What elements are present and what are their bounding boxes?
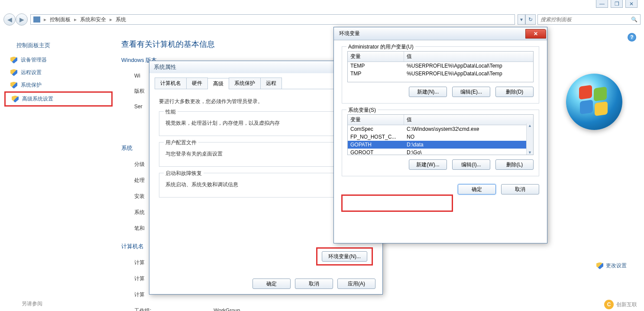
- scrollbar[interactable]: [526, 123, 533, 155]
- col-variable[interactable]: 变量: [348, 115, 404, 125]
- environment-variables-dialog: 环境变量 ✕ Administrator 的用户变量(U) 变量 值 TEMP%…: [333, 27, 547, 243]
- forward-button[interactable]: ▶: [16, 13, 28, 26]
- sys-new-button[interactable]: 新建(W)...: [409, 159, 447, 170]
- tab-protection[interactable]: 系统保护: [229, 78, 261, 89]
- group-legend: Administrator 的用户变量(U): [346, 43, 415, 51]
- system-vars-list[interactable]: 变量 值 ComSpecC:\Windows\system32\cmd.exe …: [347, 114, 534, 155]
- sidebar-item-advanced[interactable]: 高级系统设置: [4, 91, 113, 107]
- sidebar-item-label: 系统保护: [21, 81, 42, 89]
- back-button[interactable]: ◀: [3, 13, 16, 26]
- cancel-button[interactable]: 取消: [501, 184, 539, 194]
- shield-icon: [10, 69, 17, 76]
- list-item[interactable]: TEMP%USERPROFILE%\AppData\Local\Temp: [348, 62, 533, 70]
- list-item[interactable]: ComSpecC:\Windows\system32\cmd.exe: [348, 125, 533, 133]
- list-item-selected[interactable]: GOPATHD:\data: [348, 141, 533, 149]
- brand-icon: C: [604, 300, 614, 309]
- search-box[interactable]: 🔍: [537, 14, 641, 25]
- group-legend: 系统变量(S): [346, 107, 378, 114]
- sidebar-item-label: 高级系统设置: [22, 95, 53, 103]
- group-legend: 性能: [164, 108, 178, 116]
- list-item[interactable]: FP_NO_HOST_C...NO: [348, 133, 533, 141]
- maximize-button[interactable]: ❐: [611, 0, 623, 8]
- ok-button[interactable]: 确定: [252, 279, 291, 289]
- shield-icon: [10, 57, 17, 64]
- workgroup-value: WorkGroup: [214, 308, 240, 311]
- user-vars-list[interactable]: 变量 值 TEMP%USERPROFILE%\AppData\Local\Tem…: [347, 51, 534, 82]
- close-button[interactable]: ✕: [625, 0, 638, 8]
- address-bar[interactable]: ▸ 控制面板 ▸ 系统和安全 ▸ 系统: [30, 14, 515, 25]
- watermark: C 创新互联: [604, 300, 637, 309]
- windows-logo: [557, 74, 631, 147]
- env-button-highlight: 环境变量(N)...: [316, 247, 373, 266]
- minimize-button[interactable]: —: [596, 0, 608, 8]
- environment-variables-button[interactable]: 环境变量(N)...: [322, 251, 367, 262]
- user-edit-button[interactable]: 编辑(E)...: [452, 87, 490, 97]
- sidebar: 控制面板主页 设备管理器 远程设置 系统保护 高级系统设置: [4, 36, 113, 107]
- computer-icon: [33, 16, 40, 23]
- col-value[interactable]: 值: [404, 52, 414, 62]
- user-new-button[interactable]: 新建(N)...: [409, 87, 447, 97]
- brand-text: 创新互联: [616, 301, 637, 308]
- tab-remote[interactable]: 远程: [260, 78, 282, 89]
- see-also-label: 另请参阅: [22, 300, 42, 308]
- chevron-right-icon: ▸: [44, 16, 46, 23]
- close-button[interactable]: ✕: [525, 29, 546, 39]
- shield-icon: [596, 262, 603, 269]
- change-settings-label: 更改设置: [606, 262, 627, 269]
- apply-button[interactable]: 应用(A): [337, 279, 375, 289]
- group-legend: 用户配置文件: [164, 139, 198, 146]
- list-item[interactable]: GOROOTD:\Go\: [348, 149, 533, 155]
- user-vars-group: Administrator 的用户变量(U) 变量 值 TEMP%USERPRO…: [342, 46, 539, 104]
- tab-advanced[interactable]: 高级: [207, 78, 229, 89]
- window-controls: — ❐ ✕: [596, 0, 638, 8]
- system-vars-group: 系统变量(S) 变量 值 ComSpecC:\Windows\system32\…: [342, 110, 539, 176]
- refresh-button[interactable]: ↻: [525, 14, 536, 25]
- shield-icon: [12, 96, 19, 103]
- address-dropdown[interactable]: ▾: [518, 14, 525, 25]
- search-icon: 🔍: [631, 16, 638, 23]
- sidebar-item-device-manager[interactable]: 设备管理器: [4, 54, 113, 66]
- sidebar-item-label: 远程设置: [21, 69, 42, 76]
- list-item[interactable]: TMP%USERPROFILE%\AppData\Local\Temp: [348, 70, 533, 78]
- cancel-button[interactable]: 取消: [295, 279, 333, 289]
- sidebar-item-label: 设备管理器: [21, 56, 47, 64]
- group-legend: 启动和故障恢复: [164, 170, 204, 177]
- info-row: 工作组: WorkGroup: [134, 303, 640, 311]
- sys-edit-button[interactable]: 编辑(I)...: [452, 159, 490, 170]
- change-settings-link[interactable]: 更改设置: [596, 262, 627, 269]
- sidebar-item-remote[interactable]: 远程设置: [4, 66, 113, 79]
- breadcrumb-item[interactable]: 控制面板: [50, 16, 71, 23]
- tab-computer-name[interactable]: 计算机名: [155, 78, 187, 89]
- nav-bar: ◀ ▶ ▸ 控制面板 ▸ 系统和安全 ▸ 系统 ▾ ↻ 🔍: [0, 12, 644, 27]
- workgroup-label: 工作组:: [134, 307, 212, 311]
- search-input[interactable]: [540, 16, 631, 23]
- ok-button[interactable]: 确定: [458, 184, 496, 194]
- dialog-title: 环境变量: [339, 30, 360, 37]
- breadcrumb-item[interactable]: 系统和安全: [80, 16, 106, 23]
- col-value[interactable]: 值: [404, 115, 414, 125]
- sidebar-home-link[interactable]: 控制面板主页: [16, 42, 113, 49]
- user-delete-button[interactable]: 删除(D): [495, 87, 534, 97]
- shield-icon: [10, 82, 17, 89]
- breadcrumb-item[interactable]: 系统: [116, 16, 126, 23]
- chevron-right-icon: ▸: [74, 16, 77, 23]
- tab-hardware[interactable]: 硬件: [186, 78, 208, 89]
- sidebar-item-protection[interactable]: 系统保护: [4, 79, 113, 91]
- col-variable[interactable]: 变量: [348, 52, 404, 62]
- chevron-right-icon: ▸: [110, 16, 112, 23]
- sys-delete-button[interactable]: 删除(L): [495, 159, 534, 170]
